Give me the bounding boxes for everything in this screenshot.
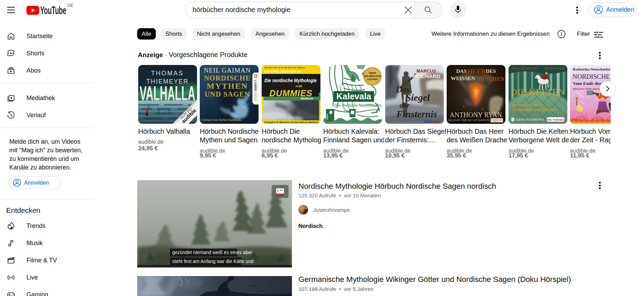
svg-text:300 MINUTEN: 300 MINUTEN	[364, 75, 381, 78]
svg-text:von Edda, Artus und Co.: von Edda, Artus und Co.	[264, 69, 302, 73]
svg-text:JOKN: JOKN	[326, 114, 328, 120]
svg-text:MYTHEN: MYTHEN	[207, 81, 248, 90]
svg-text:MARCUS: MARCUS	[416, 68, 436, 74]
svg-text:LESUNG: LESUNG	[367, 78, 378, 81]
svg-text:DAS: DAS	[456, 68, 467, 74]
svg-text:Das finnische Nationalepos: Das finnische Nationalepos	[334, 103, 381, 107]
svg-text:DIE KELTEN: DIE KELTEN	[511, 87, 565, 97]
svg-text:Christopher W. Blackwell und A: Christopher W. Blackwell und Amy Hackney…	[264, 121, 318, 124]
svg-text:GERSTENBERG: GERSTENBERG	[516, 118, 545, 121]
svg-text:IGEL✦GENIUS: IGEL✦GENIUS	[546, 118, 566, 121]
svg-text:gezündet niemand weiß es eines: gezündet niemand weiß es eines aber	[172, 250, 253, 255]
svg-text:THOMAS: THOMAS	[151, 70, 184, 77]
svg-text:NORDISCHE: NORDISCHE	[204, 74, 251, 82]
svg-text:LUBBE: LUBBE	[254, 80, 257, 91]
svg-text:Verborgene Welt: Verborgene Welt	[511, 103, 543, 107]
svg-text:steht fest am Anfang war die K: steht fest am Anfang war die Kälte und	[172, 259, 253, 264]
svg-text:HEER: HEER	[467, 68, 486, 75]
svg-text:ANTHONY RYAN: ANTHONY RYAN	[450, 111, 502, 119]
svg-text:Katharina Neuschaefer: Katharina Neuschaefer	[573, 67, 611, 71]
svg-text:ÜBER: ÜBER	[369, 72, 376, 75]
svg-text:Tauchen Sie ein in die Welt de: Tauchen Sie ein in die Welt der Mythen	[264, 66, 305, 69]
svg-text:UND SAGEN: UND SAGEN	[205, 90, 250, 98]
svg-text:Kalevala: Kalevala	[336, 91, 372, 101]
svg-text:Anne Bernhardi: Anne Bernhardi	[511, 67, 537, 70]
svg-text:GELESEN VON DETLEF BIERSTEDT: GELESEN VON DETLEF BIERSTEDT	[448, 119, 494, 121]
svg-text:DRACHEN: DRACHEN	[476, 75, 504, 82]
svg-text:Finsternis: Finsternis	[396, 109, 437, 119]
svg-text:NEIL GAIMAN: NEIL GAIMAN	[204, 67, 251, 74]
svg-text:NORDISCHE SA: NORDISCHE SA	[572, 73, 611, 80]
svg-text:DES: DES	[486, 68, 496, 74]
svg-text:AUDIO: AUDIO	[254, 91, 257, 101]
svg-text:Die nordische Mythologie: Die nordische Mythologie	[264, 77, 317, 83]
svg-text:der Barden und Druiden: der Barden und Druiden	[511, 108, 557, 112]
svg-text:REICHARD: REICHARD	[412, 73, 440, 79]
svg-text:Gelesen von Stefan Kaminski: Gelesen von Stefan Kaminski	[200, 118, 241, 122]
svg-text:Sprecher: Peter Kaempfe: Sprecher: Peter Kaempfe	[573, 87, 604, 90]
svg-text:FÜR: FÜR	[296, 85, 302, 88]
svg-text:WEISSEN: WEISSEN	[451, 75, 475, 81]
svg-text:der: der	[400, 101, 410, 109]
svg-text:Birgit Fricke: Birgit Fricke	[545, 67, 565, 70]
svg-text:A U D I O: A U D I O	[494, 121, 500, 122]
svg-text:Hörbuch: Hörbuch	[301, 97, 313, 100]
